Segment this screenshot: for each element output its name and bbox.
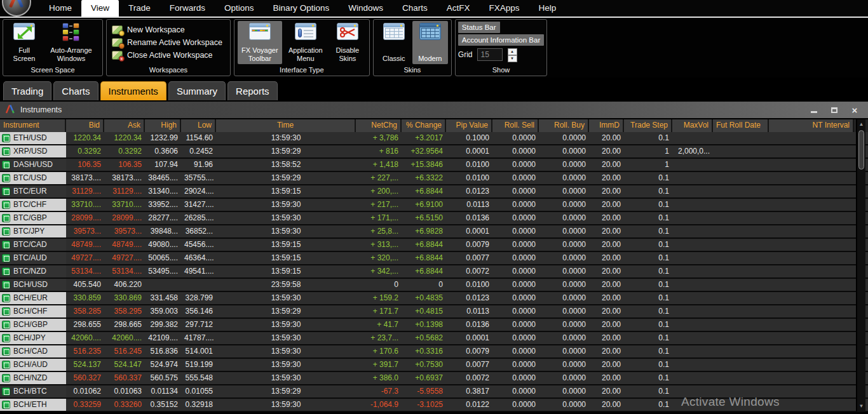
workspace-tab-reports[interactable]: Reports bbox=[227, 81, 278, 100]
ribbon-tab-binary-options[interactable]: Binary Options bbox=[264, 0, 339, 17]
table-row-xrp-usd[interactable]: XRP/USD0.32920.32920.36060.245213:59:29+… bbox=[0, 145, 868, 159]
grid-size-input[interactable]: 15 bbox=[477, 48, 503, 61]
cell-bid[interactable]: 42060.... bbox=[66, 332, 104, 344]
cell-ask[interactable]: 298.665 bbox=[104, 319, 145, 331]
table-row-btc-nzd[interactable]: BTC/NZD53134....53134....53495....49541.… bbox=[0, 265, 868, 279]
table-row-btc-eur[interactable]: BTC/EUR31129....31129....31340....29024.… bbox=[0, 185, 868, 199]
close-active-workspace-button[interactable]: x Close Active Workspace bbox=[109, 50, 227, 60]
workspace-tab-summary[interactable]: Summary bbox=[168, 81, 226, 100]
table-row-bch-eur[interactable]: BCH/EUR330.859330.869331.458328.79913:59… bbox=[0, 292, 868, 305]
cell-bid[interactable]: 53134.... bbox=[66, 265, 104, 277]
ribbon-tab-fxapps[interactable]: FXApps bbox=[479, 0, 529, 17]
column-header-bid[interactable]: Bid bbox=[66, 119, 104, 132]
cell-bid[interactable]: 106.35 bbox=[66, 159, 104, 171]
scroll-up-icon[interactable]: ▲ bbox=[858, 120, 865, 129]
cell-ask[interactable]: 560.337 bbox=[104, 372, 145, 384]
table-row-bch-usd[interactable]: BCH/USD405.540406.22023:59:58000.01000.0… bbox=[0, 279, 868, 292]
table-row-eth-usd[interactable]: ETH/USD1220.341220.341232.991154.6013:59… bbox=[0, 132, 868, 145]
column-header-low[interactable]: Low bbox=[181, 119, 216, 132]
column-header-pip-value[interactable]: Pip Value bbox=[446, 119, 492, 132]
column-header-trade-step[interactable]: Trade Step bbox=[624, 119, 672, 132]
status-bar-toggle[interactable]: Status Bar bbox=[458, 22, 500, 33]
ribbon-tab-home[interactable]: Home bbox=[39, 0, 81, 17]
cell-ask[interactable]: 31129.... bbox=[104, 185, 145, 197]
vertical-scrollbar[interactable]: ▲ ▼ bbox=[856, 119, 865, 411]
ribbon-tab-options[interactable]: Options bbox=[215, 0, 264, 17]
ribbon-tab-charts[interactable]: Charts bbox=[393, 0, 437, 17]
cell-bid[interactable]: 405.540 bbox=[66, 279, 104, 291]
close-button[interactable]: × bbox=[849, 105, 860, 115]
cell-bid[interactable]: 560.327 bbox=[66, 372, 104, 384]
column-header-maxvol[interactable]: MaxVol bbox=[672, 119, 713, 132]
cell-bid[interactable]: 49727.... bbox=[66, 252, 104, 264]
cell-ask[interactable]: 358.295 bbox=[104, 305, 145, 317]
table-row-btc-chf[interactable]: BTC/CHF33710....33710....33952....31427.… bbox=[0, 199, 868, 212]
cell-ask[interactable]: 48749.... bbox=[104, 239, 145, 251]
column-header-nt-interval[interactable]: NT Interval bbox=[769, 119, 854, 132]
cell-ask[interactable]: 524.147 bbox=[104, 359, 145, 371]
disable-skins-button[interactable]: Disable Skins bbox=[329, 21, 366, 64]
cell-ask[interactable]: 38173.... bbox=[104, 172, 145, 184]
table-row-btc-jpy[interactable]: BTC/JPY39573...39573...39848...36852...1… bbox=[0, 225, 868, 239]
cell-bid[interactable]: 0.01062 bbox=[66, 385, 104, 397]
rename-active-workspace-button[interactable]: Rename Active Workspace bbox=[109, 37, 227, 48]
ribbon-tab-view[interactable]: View bbox=[81, 0, 119, 17]
column-header-instrument[interactable]: Instrument bbox=[0, 119, 66, 132]
workspace-tab-trading[interactable]: Trading bbox=[3, 81, 51, 100]
workspace-tab-instruments[interactable]: Instruments bbox=[100, 81, 166, 100]
cell-ask[interactable]: 0.33260 bbox=[104, 399, 145, 411]
table-row-bch-btc[interactable]: BCH/BTC0.010620.010630.011340.0105513:59… bbox=[0, 385, 868, 399]
column-header-netchg[interactable]: NetChg bbox=[356, 119, 402, 132]
cell-ask[interactable]: 28099.... bbox=[104, 212, 145, 224]
fx-voyager-toolbar-button[interactable]: FX Voyager Toolbar bbox=[238, 21, 282, 64]
cell-bid[interactable]: 48749.... bbox=[66, 239, 104, 251]
cell-ask[interactable]: 330.869 bbox=[104, 292, 145, 304]
cell-bid[interactable]: 31129.... bbox=[66, 185, 104, 197]
table-row-btc-aud[interactable]: BTC/AUD49727....49727....50065....46364.… bbox=[0, 252, 868, 265]
ribbon-tab-help[interactable]: Help bbox=[529, 0, 566, 17]
scroll-down-icon[interactable]: ▼ bbox=[858, 402, 865, 411]
ribbon-tab-actfx[interactable]: ActFX bbox=[437, 0, 480, 17]
table-row-btc-cad[interactable]: BTC/CAD48749....48749....49080....45456.… bbox=[0, 239, 868, 252]
column-header-high[interactable]: High bbox=[145, 119, 181, 132]
cell-bid[interactable]: 524.137 bbox=[66, 359, 104, 371]
ribbon-tab-forwards[interactable]: Forwards bbox=[160, 0, 215, 17]
cell-ask[interactable]: 516.245 bbox=[104, 345, 145, 357]
cell-bid[interactable]: 330.859 bbox=[66, 292, 104, 304]
new-workspace-button[interactable]: New Workspace bbox=[109, 25, 227, 35]
cell-ask[interactable]: 42060.... bbox=[104, 332, 145, 344]
cell-bid[interactable]: 0.3292 bbox=[66, 145, 104, 157]
cell-ask[interactable]: 49727.... bbox=[104, 252, 145, 264]
cell-ask[interactable]: 39573... bbox=[104, 225, 145, 237]
maximize-button[interactable] bbox=[829, 105, 840, 115]
table-row-btc-gbp[interactable]: BTC/GBP28099....28099....28277....26285.… bbox=[0, 212, 868, 225]
full-screen-button[interactable]: Full Screen bbox=[6, 21, 42, 64]
cell-ask[interactable]: 1220.34 bbox=[104, 132, 145, 144]
cell-ask[interactable]: 33710.... bbox=[104, 199, 145, 211]
column-header-change[interactable]: % Change bbox=[402, 119, 446, 132]
table-row-btc-usd[interactable]: BTC/USD38173....38173....38465....35755.… bbox=[0, 172, 868, 185]
column-header-roll-sell[interactable]: Roll. Sell bbox=[492, 119, 539, 132]
cell-bid[interactable]: 298.655 bbox=[66, 319, 104, 331]
ribbon-tab-trade[interactable]: Trade bbox=[119, 0, 160, 17]
cell-ask[interactable]: 406.220 bbox=[104, 279, 145, 291]
account-information-bar-toggle[interactable]: Account Information Bar bbox=[458, 34, 544, 46]
workspace-tab-charts[interactable]: Charts bbox=[53, 81, 98, 100]
table-row-bch-eth[interactable]: BCH/ETH0.332590.332600.351520.3291813:59… bbox=[0, 399, 868, 412]
cell-ask[interactable]: 0.3292 bbox=[104, 145, 145, 157]
table-row-bch-cad[interactable]: BCH/CAD516.235516.245516.836514.00113:59… bbox=[0, 345, 868, 359]
column-header-fut-roll-date[interactable]: Fut Roll Date bbox=[713, 119, 769, 132]
table-row-bch-chf[interactable]: BCH/CHF358.285358.295359.003356.14613:59… bbox=[0, 305, 868, 319]
cell-bid[interactable]: 0.33259 bbox=[66, 399, 104, 411]
ribbon-tab-windows[interactable]: Windows bbox=[339, 0, 393, 17]
column-header-time[interactable]: Time bbox=[216, 119, 356, 132]
cell-bid[interactable]: 39573... bbox=[66, 225, 104, 237]
column-header-immd[interactable]: ImmD bbox=[589, 119, 624, 132]
auto-arrange-windows-button[interactable]: Auto-Arrange Windows bbox=[43, 21, 99, 64]
cell-bid[interactable]: 516.235 bbox=[66, 345, 104, 357]
cell-bid[interactable]: 28099.... bbox=[66, 212, 104, 224]
classic-skin-button[interactable]: Classic bbox=[377, 21, 411, 64]
column-header-roll-buy[interactable]: Roll. Buy bbox=[539, 119, 589, 132]
modern-skin-button[interactable]: Modern bbox=[412, 21, 448, 64]
cell-ask[interactable]: 53134.... bbox=[104, 265, 145, 277]
